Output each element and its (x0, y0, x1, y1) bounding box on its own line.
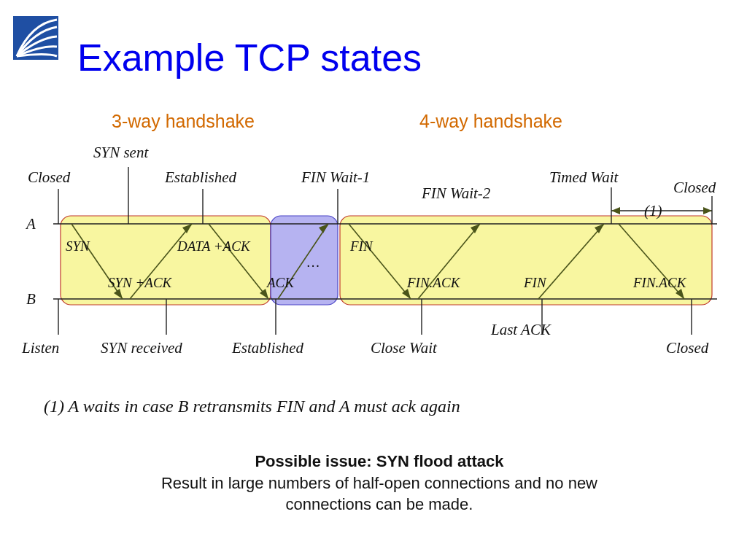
state-closed: Closed (28, 168, 71, 186)
state-fin-wait-1: FIN Wait-1 (301, 168, 370, 186)
state-syn-sent: SYN sent (93, 144, 149, 161)
state-fin-wait-2: FIN Wait-2 (421, 184, 491, 202)
svg-rect-3 (340, 216, 712, 305)
tcp-state-diagram: A B Closed SYN sent Established FIN Wait… (13, 141, 734, 376)
msg-ack: ACK (266, 275, 295, 290)
footnote: (1) A waits in case B retransmits FIN an… (44, 397, 715, 416)
msg-syn: SYN (66, 238, 90, 254)
state-syn-received: SYN received (101, 339, 182, 357)
issue-body-1: Result in large numbers of half-open con… (117, 472, 642, 494)
state-established-b: Established (231, 339, 303, 357)
issue-body-2: connections can be made. (117, 494, 642, 516)
msg-fin2: FIN (523, 275, 547, 290)
state-established: Established (164, 168, 236, 186)
msg-data-ack: DATA +ACK (177, 238, 251, 254)
svg-rect-1 (61, 216, 271, 305)
issue-headline: Possible issue: SYN flood attack (117, 451, 642, 472)
issue-block: Possible issue: SYN flood attack Result … (117, 451, 642, 516)
msg-syn-ack: SYN +ACK (108, 275, 173, 290)
svg-marker-12 (611, 207, 620, 214)
logo-icon (13, 16, 58, 60)
subhead-4way: 4-way handshake (419, 111, 562, 132)
slide-title: Example TCP states (77, 36, 422, 79)
state-closed-b: Closed (666, 339, 709, 357)
svg-marker-13 (703, 207, 712, 214)
host-b-label: B (26, 290, 36, 308)
state-close-wait: Close Wait (371, 339, 438, 357)
state-timed-wait: Timed Wait (549, 168, 619, 186)
state-closed-end: Closed (673, 179, 716, 196)
msg-dots: … (307, 254, 320, 270)
host-a-label: A (25, 215, 36, 233)
state-listen: Listen (21, 339, 59, 357)
msg-fin1: FIN (349, 238, 374, 254)
state-note-ref: (1) (644, 202, 662, 219)
subhead-3way: 3-way handshake (112, 111, 255, 132)
msg-finack1: FIN.ACK (406, 275, 461, 290)
state-last-ack: Last ACK (490, 321, 551, 338)
msg-finack2: FIN.ACK (632, 275, 687, 290)
